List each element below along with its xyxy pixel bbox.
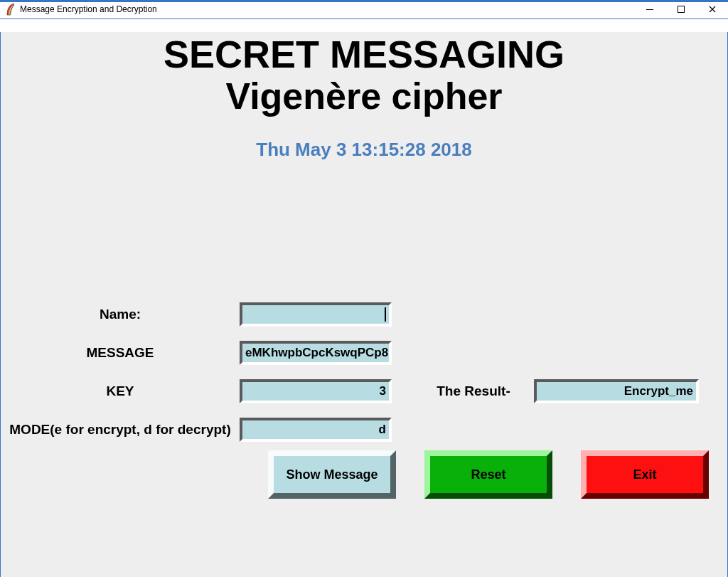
output-result-value: Encrypt_me bbox=[624, 384, 693, 398]
exit-button-label: Exit bbox=[633, 467, 656, 482]
tk-feather-icon bbox=[6, 3, 16, 16]
show-message-button[interactable]: Show Message bbox=[268, 450, 396, 499]
maximize-button[interactable] bbox=[665, 0, 697, 18]
input-message-value: eMKhwpbCpcKswqPCp8 bbox=[245, 346, 388, 360]
app-client-area: SECRET MESSAGING Vigenère cipher Thu May… bbox=[0, 32, 728, 577]
show-message-button-label: Show Message bbox=[286, 467, 378, 482]
text-caret-icon bbox=[385, 307, 386, 322]
window-title: Message Encryption and Decryption bbox=[20, 4, 157, 14]
input-mode[interactable]: d bbox=[240, 418, 392, 442]
window-top-accent bbox=[0, 0, 728, 2]
label-name: Name: bbox=[1, 307, 240, 322]
label-key: KEY bbox=[1, 383, 240, 399]
window-titlebar: Message Encryption and Decryption bbox=[0, 0, 728, 19]
close-button[interactable] bbox=[697, 0, 728, 18]
button-row: Show Message Reset Exit bbox=[268, 450, 709, 499]
row-mode: MODE(e for encrypt, d for decrypt) d bbox=[1, 411, 727, 449]
heading-line1: SECRET MESSAGING bbox=[1, 32, 727, 76]
input-name[interactable] bbox=[240, 302, 392, 327]
reset-button[interactable]: Reset bbox=[424, 450, 552, 499]
input-key[interactable]: 3 bbox=[240, 379, 392, 403]
svg-rect-0 bbox=[646, 9, 653, 10]
label-message: MESSAGE bbox=[1, 345, 240, 361]
input-mode-value: d bbox=[379, 423, 386, 437]
input-key-value: 3 bbox=[380, 384, 386, 398]
reset-button-label: Reset bbox=[471, 467, 505, 482]
input-message[interactable]: eMKhwpbCpcKswqPCp8 bbox=[240, 341, 392, 365]
datetime-label: Thu May 3 13:15:28 2018 bbox=[1, 139, 727, 161]
label-mode: MODE(e for encrypt, d for decrypt) bbox=[1, 422, 240, 438]
window-controls bbox=[634, 0, 728, 18]
minimize-button[interactable] bbox=[634, 0, 665, 18]
form-area: Name: MESSAGE eMKhwpbCpcKswqPCp8 KEY 3 T… bbox=[1, 295, 727, 449]
output-result[interactable]: Encrypt_me bbox=[534, 379, 699, 403]
row-key: KEY 3 The Result- Encrypt_me bbox=[1, 372, 727, 411]
heading-line2: Vigenère cipher bbox=[1, 75, 727, 117]
exit-button[interactable]: Exit bbox=[581, 450, 709, 499]
row-message: MESSAGE eMKhwpbCpcKswqPCp8 bbox=[1, 334, 727, 372]
label-result: The Result- bbox=[413, 383, 534, 399]
svg-rect-1 bbox=[678, 6, 685, 13]
row-name: Name: bbox=[1, 295, 727, 334]
